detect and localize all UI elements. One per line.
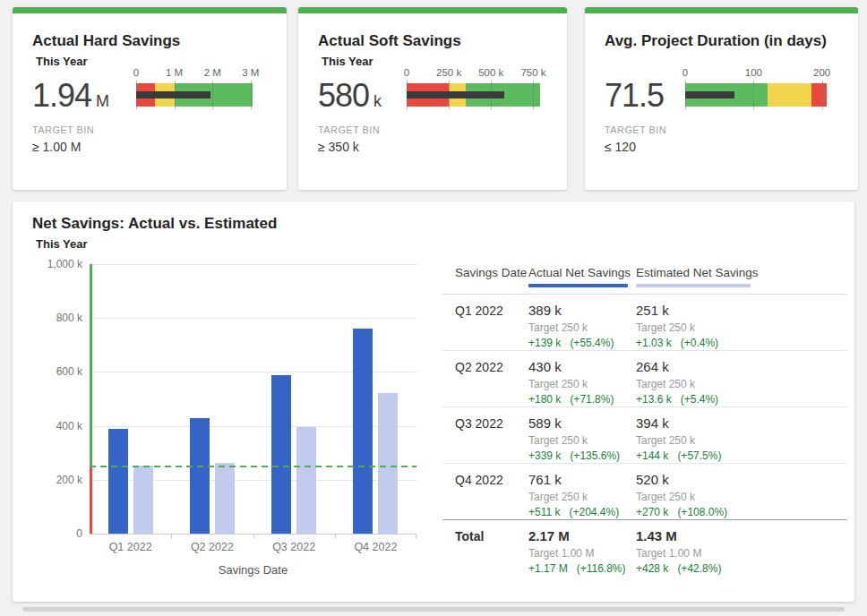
row-date: Q3 2022 xyxy=(455,416,503,431)
kpi-card-actual-soft-savings[interactable]: Actual Soft Savings This Year 580k 0250 … xyxy=(298,7,567,190)
cell-target: Target 250 k xyxy=(528,491,619,503)
x-axis-title: Savings Date xyxy=(90,563,416,577)
x-axis-label: Q2 2022 xyxy=(172,541,253,553)
table-row[interactable]: Q1 2022389 kTarget 250 k+139 k(+55.4%)25… xyxy=(442,295,847,351)
card-subtitle: This Year xyxy=(322,55,373,68)
kpi-card-avg-project-duration[interactable]: Avg. Project Duration (in days) 71.5 010… xyxy=(585,7,858,190)
cell-target: Target 250 k xyxy=(528,434,620,447)
cell-estimated: 251 kTarget 250 k+1.03 k(+0.4%) xyxy=(636,303,718,349)
cell-variance: +1.03 k(+0.4%) xyxy=(636,337,718,349)
cell-value: 394 k xyxy=(636,415,721,431)
y-axis-label: 1,000 k xyxy=(20,258,82,270)
bullet-bar xyxy=(136,83,253,107)
bullet-axis-label: 100 xyxy=(745,67,762,78)
bar-actual-q1-2022[interactable] xyxy=(108,429,128,534)
cell-target: Target 250 k xyxy=(636,491,727,503)
card-title: Actual Soft Savings xyxy=(318,32,461,50)
y-axis-below-target xyxy=(90,466,92,534)
bullet-tick xyxy=(212,81,213,109)
kpi-card-actual-hard-savings[interactable]: Actual Hard Savings This Year 1.94M 01 M… xyxy=(13,7,287,190)
cell-variance: +428 k(+42.8%) xyxy=(636,562,721,575)
panel-title: Net Savings: Actual vs. Estimated xyxy=(32,215,277,233)
target-bin-value: ≥ 350 k xyxy=(318,140,359,154)
table-row[interactable]: Q2 2022430 kTarget 250 k+180 k(+71.8%)26… xyxy=(442,351,847,407)
kpi-unit: k xyxy=(373,92,382,110)
dashboard-page: { "labels": { "target_bin": "TARGET BIN"… xyxy=(0,0,867,616)
kpi-value: 1.94M xyxy=(32,77,109,115)
bar-actual-q2-2022[interactable] xyxy=(190,418,210,534)
gridline xyxy=(90,318,416,319)
bullet-band xyxy=(811,83,827,107)
x-axis-tick xyxy=(253,534,254,538)
cell-value: 389 k xyxy=(528,303,614,318)
bar-estimated-q1-2022[interactable] xyxy=(133,466,153,534)
bar-estimated-q4-2022[interactable] xyxy=(378,393,398,534)
bullet-axis-label: 0 xyxy=(682,67,688,78)
cell-variance: +13.6 k(+5.4%) xyxy=(636,393,718,406)
card-subtitle: This Year xyxy=(36,55,88,68)
cell-target: Target 1.00 M xyxy=(528,547,626,560)
kpi-value: 580k xyxy=(318,77,382,115)
y-axis-above-target xyxy=(90,264,92,466)
bar-estimated-q3-2022[interactable] xyxy=(296,427,316,534)
card-accent-bar xyxy=(298,7,567,13)
cell-estimated: 1.43 MTarget 1.00 M+428 k(+42.8%) xyxy=(636,528,721,575)
x-axis-tick xyxy=(171,534,172,538)
y-axis-label: 600 k xyxy=(20,365,82,378)
cell-actual: 2.17 MTarget 1.00 M+1.17 M(+116.8%) xyxy=(528,528,626,575)
bullet-measure-bar xyxy=(685,91,734,98)
cell-actual: 761 kTarget 250 k+511 k(+204.4%) xyxy=(528,472,619,518)
bullet-chart: 0100200 xyxy=(685,67,827,110)
horizontal-scrollbar[interactable] xyxy=(22,607,845,612)
cell-value: 761 k xyxy=(528,472,619,487)
cell-value: 264 k xyxy=(636,359,718,374)
target-bin-label: TARGET BIN xyxy=(32,124,94,135)
table-header-row: Savings Date Actual Net Savings Estimate… xyxy=(442,264,847,295)
net-savings-panel: Net Savings: Actual vs. Estimated This Y… xyxy=(13,201,854,602)
cell-variance: +144 k(+57.5%) xyxy=(636,449,721,462)
bullet-tick xyxy=(251,81,252,109)
row-date: Q1 2022 xyxy=(455,304,503,318)
x-axis-label: Q1 2022 xyxy=(90,541,171,553)
bar-actual-q4-2022[interactable] xyxy=(353,329,373,534)
cell-estimated: 520 kTarget 250 k+270 k(+108.0%) xyxy=(636,472,727,518)
cell-variance: +511 k(+204.4%) xyxy=(528,506,619,518)
cell-target: Target 1.00 M xyxy=(636,547,721,560)
legend-swatch-actual xyxy=(528,284,628,287)
table-header-actual-net-savings: Actual Net Savings xyxy=(528,266,631,279)
card-accent-bar xyxy=(13,7,287,13)
table-row[interactable]: Q3 2022589 kTarget 250 k+339 k(+135.6%)3… xyxy=(442,407,847,464)
bullet-tick xyxy=(753,81,754,109)
table-row[interactable]: Q4 2022761 kTarget 250 k+511 k(+204.4%)5… xyxy=(442,464,847,520)
cell-actual: 389 kTarget 250 k+139 k(+55.4%) xyxy=(528,303,614,349)
kpi-unit: M xyxy=(96,92,109,110)
card-accent-bar xyxy=(585,7,858,13)
bar-estimated-q2-2022[interactable] xyxy=(215,463,235,534)
row-date: Q2 2022 xyxy=(455,360,503,374)
table-header-estimated-net-savings: Estimated Net Savings xyxy=(636,266,759,279)
bullet-tick xyxy=(533,81,534,109)
cell-target: Target 250 k xyxy=(636,378,718,390)
table-row[interactable]: Total2.17 MTarget 1.00 M+1.17 M(+116.8%)… xyxy=(442,520,847,579)
cell-value: 430 k xyxy=(528,359,614,374)
cell-value: 251 k xyxy=(636,303,718,318)
target-bin-label: TARGET BIN xyxy=(318,124,380,135)
bullet-axis: 01 M2 M3 M xyxy=(136,67,253,81)
target-reference-line xyxy=(90,466,416,467)
cell-value: 520 k xyxy=(636,472,727,487)
cell-estimated: 394 kTarget 250 k+144 k(+57.5%) xyxy=(636,415,721,462)
table-header-savings-date: Savings Date xyxy=(455,266,527,279)
y-axis-label: 0 xyxy=(20,527,82,540)
bar-actual-q3-2022[interactable] xyxy=(271,375,291,534)
gridline xyxy=(90,264,416,265)
cell-value: 589 k xyxy=(528,415,620,431)
savings-table: Savings Date Actual Net Savings Estimate… xyxy=(442,264,847,579)
bullet-measure-bar xyxy=(407,91,504,98)
bullet-axis-label: 750 k xyxy=(520,67,545,78)
y-axis-label: 800 k xyxy=(20,312,82,324)
cell-actual: 430 kTarget 250 k+180 k(+71.8%) xyxy=(528,359,614,406)
row-date: Total xyxy=(455,529,484,543)
bullet-chart: 0250 k500 k750 k xyxy=(407,67,540,110)
bullet-axis-label: 500 k xyxy=(478,67,503,78)
row-date: Q4 2022 xyxy=(455,473,503,487)
